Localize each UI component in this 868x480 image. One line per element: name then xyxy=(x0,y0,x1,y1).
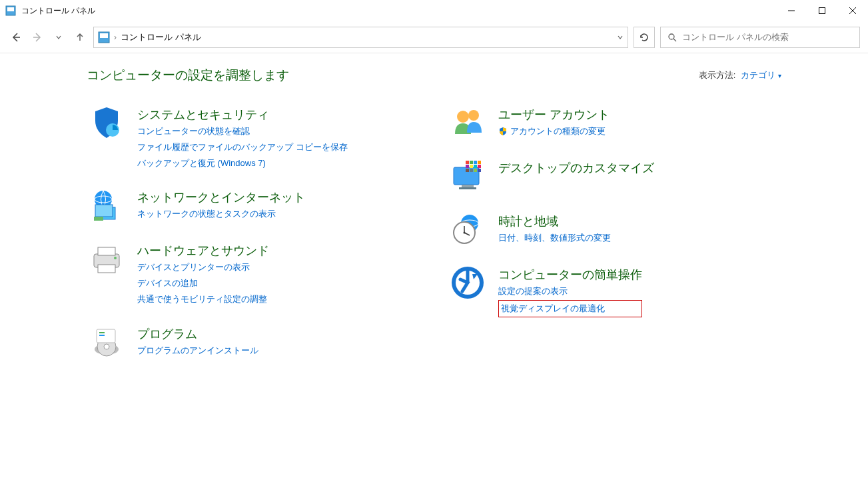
category-title[interactable]: プログラム xyxy=(137,326,258,342)
refresh-button[interactable] xyxy=(634,27,655,48)
ease-of-access-icon xyxy=(448,264,488,301)
forward-button[interactable] xyxy=(29,29,45,45)
svg-rect-1 xyxy=(7,7,14,11)
category-title[interactable]: ユーザー アカウント xyxy=(498,107,610,123)
category-link[interactable]: バックアップと復元 (Windows 7) xyxy=(137,156,348,171)
toolbar: › コントロール パネル xyxy=(0,21,868,53)
minimize-button[interactable] xyxy=(776,0,807,21)
category-ease-of-access: コンピューターの簡単操作 設定の提案の表示 視覚ディスプレイの最適化 xyxy=(448,264,782,317)
svg-line-11 xyxy=(673,39,676,41)
maximize-button[interactable] xyxy=(807,0,837,21)
svg-point-28 xyxy=(457,111,469,123)
svg-rect-20 xyxy=(98,265,115,273)
chevron-down-icon: ▾ xyxy=(778,72,781,79)
desktop-icon xyxy=(448,157,488,195)
svg-point-29 xyxy=(468,110,479,121)
category-link[interactable]: 日付、時刻、数値形式の変更 xyxy=(498,231,611,245)
category-link[interactable]: デバイスとプリンターの表示 xyxy=(137,260,269,275)
category-link[interactable]: アカウントの種類の変更 xyxy=(498,124,610,139)
svg-rect-37 xyxy=(466,165,469,168)
svg-rect-32 xyxy=(459,187,476,189)
svg-rect-3 xyxy=(819,8,825,14)
svg-point-50 xyxy=(463,232,465,234)
users-icon xyxy=(448,104,488,141)
window-title: コントロール パネル xyxy=(21,5,95,17)
page-title: コンピューターの設定を調整します xyxy=(87,67,289,84)
category-link-highlighted[interactable]: 視覚ディスプレイの最適化 xyxy=(498,300,642,317)
category-link[interactable]: 共通で使うモビリティ設定の調整 xyxy=(137,292,269,307)
svg-rect-9 xyxy=(100,33,108,38)
svg-rect-31 xyxy=(462,185,474,187)
right-column: ユーザー アカウント アカウントの種類の変更 デスクトップのカスタマイズ xyxy=(448,104,782,361)
category-title[interactable]: システムとセキュリティ xyxy=(137,107,348,123)
svg-rect-27 xyxy=(99,335,105,336)
category-link[interactable]: プログラムのアンインストール xyxy=(137,343,258,358)
svg-rect-16 xyxy=(95,205,113,217)
svg-point-21 xyxy=(114,257,117,259)
content-header: コンピューターの設定を調整します 表示方法: カテゴリ ▾ xyxy=(87,67,781,84)
category-title[interactable]: 時計と地域 xyxy=(498,213,611,229)
category-system-security: システムとセキュリティ コンピューターの状態を確認 ファイル履歴でファイルのバッ… xyxy=(87,104,421,171)
category-network: ネットワークとインターネット ネットワークの状態とタスクの表示 xyxy=(87,187,421,224)
title-bar: コントロール パネル xyxy=(0,0,868,21)
category-title[interactable]: ハードウェアとサウンド xyxy=(137,243,269,259)
svg-rect-41 xyxy=(466,169,469,172)
left-column: システムとセキュリティ コンピューターの状態を確認 ファイル履歴でファイルのバッ… xyxy=(87,104,421,361)
svg-rect-42 xyxy=(470,169,473,172)
categories: システムとセキュリティ コンピューターの状態を確認 ファイル履歴でファイルのバッ… xyxy=(87,104,781,361)
view-by-label: 表示方法: xyxy=(699,69,736,81)
svg-rect-19 xyxy=(98,247,115,255)
up-button[interactable] xyxy=(72,29,88,45)
clock-icon xyxy=(448,211,488,248)
svg-rect-44 xyxy=(478,169,481,172)
category-hardware: ハードウェアとサウンド デバイスとプリンターの表示 デバイスの追加 共通で使うモ… xyxy=(87,240,421,307)
category-title[interactable]: コンピューターの簡単操作 xyxy=(498,267,642,283)
svg-rect-40 xyxy=(478,165,481,168)
svg-point-10 xyxy=(669,34,674,39)
programs-icon xyxy=(87,323,127,361)
uac-shield-icon xyxy=(498,127,508,136)
category-link[interactable]: 設定の提案の表示 xyxy=(498,284,642,299)
svg-rect-39 xyxy=(474,165,477,168)
chevron-down-icon[interactable] xyxy=(617,34,624,41)
breadcrumb[interactable]: コントロール パネル xyxy=(121,31,201,43)
back-button[interactable] xyxy=(8,29,24,45)
category-link[interactable]: デバイスの追加 xyxy=(137,276,269,291)
recent-dropdown[interactable] xyxy=(51,29,67,45)
category-link[interactable]: ネットワークの状態とタスクの表示 xyxy=(137,207,305,221)
shield-icon xyxy=(87,104,127,141)
svg-point-24 xyxy=(104,344,109,349)
view-by: 表示方法: カテゴリ ▾ xyxy=(699,69,781,81)
svg-rect-36 xyxy=(478,161,481,164)
svg-rect-33 xyxy=(466,161,469,164)
category-programs: プログラム プログラムのアンインストール xyxy=(87,323,421,361)
category-clock-region: 時計と地域 日付、時刻、数値形式の変更 xyxy=(448,211,782,248)
svg-rect-26 xyxy=(99,332,105,333)
search-icon xyxy=(667,33,677,42)
window-controls xyxy=(776,0,868,21)
view-by-dropdown[interactable]: カテゴリ ▾ xyxy=(741,69,781,81)
category-link[interactable]: コンピューターの状態を確認 xyxy=(137,124,348,139)
control-panel-icon xyxy=(5,5,16,16)
svg-rect-17 xyxy=(94,217,103,221)
control-panel-icon xyxy=(98,31,110,43)
category-link[interactable]: ファイル履歴でファイルのバックアップ コピーを保存 xyxy=(137,140,348,155)
category-title[interactable]: ネットワークとインターネット xyxy=(137,189,305,205)
svg-rect-35 xyxy=(474,161,477,164)
content-area: コンピューターの設定を調整します 表示方法: カテゴリ ▾ システムとセキュリテ… xyxy=(0,53,868,374)
svg-rect-43 xyxy=(474,169,477,172)
svg-rect-34 xyxy=(470,161,473,164)
search-box[interactable] xyxy=(660,27,860,48)
network-icon xyxy=(87,187,127,224)
category-user-accounts: ユーザー アカウント アカウントの種類の変更 xyxy=(448,104,782,141)
search-input[interactable] xyxy=(682,32,853,42)
category-desktop-customize: デスクトップのカスタマイズ xyxy=(448,157,782,195)
title-bar-left: コントロール パネル xyxy=(5,5,95,17)
chevron-right-icon[interactable]: › xyxy=(114,33,117,42)
close-button[interactable] xyxy=(837,0,868,21)
printer-icon xyxy=(87,240,127,277)
address-bar[interactable]: › コントロール パネル xyxy=(93,27,628,48)
category-title[interactable]: デスクトップのカスタマイズ xyxy=(498,160,654,176)
svg-rect-38 xyxy=(470,165,473,168)
